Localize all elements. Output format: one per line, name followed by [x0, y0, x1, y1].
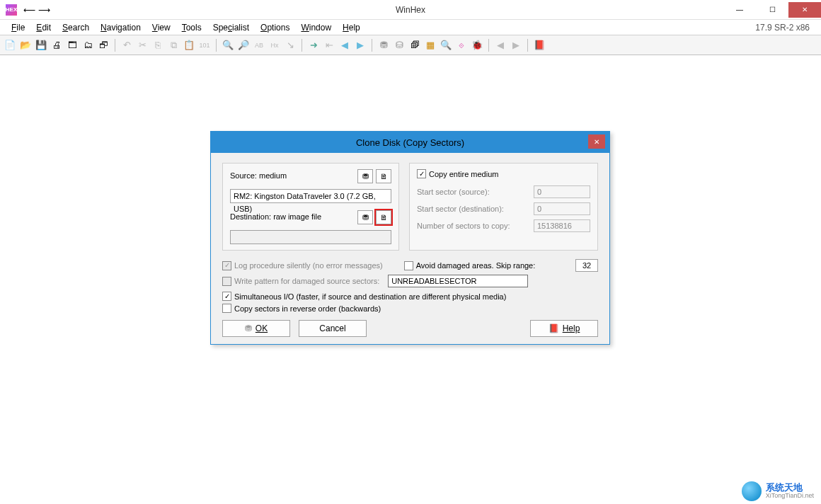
globe-icon: [742, 481, 762, 501]
help-button[interactable]: 📕 Help: [530, 320, 598, 337]
dest-label: Destination: raw image file: [230, 212, 355, 221]
start-dst-field: 0: [534, 202, 590, 215]
dest-file-button[interactable]: 🗎: [376, 210, 391, 224]
copy-entire-checkbox[interactable]: ✓: [417, 169, 426, 178]
version-label: 17.9 SR-2 x86: [755, 23, 815, 33]
write-pattern-checkbox: [222, 277, 231, 286]
lens-icon[interactable]: 🔍: [439, 38, 453, 52]
source-dest-panel: Source: medium ⛃ 🗎 RM2: Kingston DataTra…: [222, 163, 399, 251]
menu-specialist[interactable]: Specialist: [207, 21, 255, 34]
app-icon: HEX: [6, 4, 17, 16]
reverse-order-checkbox[interactable]: [222, 304, 231, 313]
nav-fwd-icon[interactable]: ▶: [353, 38, 367, 52]
reverse-order-label: Copy sectors in reverse order (backwards…: [234, 304, 381, 313]
clone-disk-dialog: Clone Disk (Copy Sectors) ✕ Source: medi…: [210, 131, 610, 345]
write-pattern-field[interactable]: [388, 275, 528, 287]
back-icon[interactable]: ⇤: [322, 38, 336, 52]
titlebar: HEX WinHex ⟵ ⟶ — ☐ ✕: [0, 0, 821, 20]
watermark-title: 系统天地: [766, 483, 814, 493]
start-src-field: 0: [534, 185, 590, 198]
menu-file[interactable]: File: [6, 21, 30, 34]
log-silently-checkbox: ✓: [222, 261, 231, 270]
save-icon[interactable]: 💾: [34, 38, 48, 52]
replace-hex-icon[interactable]: Hx: [268, 38, 282, 52]
menu-window[interactable]: Window: [295, 21, 337, 34]
undo-icon[interactable]: ↶: [120, 38, 134, 52]
new-file-icon[interactable]: 📄: [3, 38, 17, 52]
find-text-icon[interactable]: 🔍: [221, 38, 235, 52]
open-file-icon[interactable]: 📂: [18, 38, 33, 52]
source-field[interactable]: RM2: Kingston DataTraveler 3.0 (7.2 GB, …: [230, 189, 391, 203]
dialog-titlebar[interactable]: Clone Disk (Copy Sectors) ✕: [211, 132, 609, 153]
ok-button[interactable]: ⛃ OK: [222, 320, 290, 337]
maximize-button[interactable]: ☐: [756, 2, 788, 18]
calc-icon[interactable]: ▦: [423, 38, 437, 52]
drive-icon: ⛃: [362, 213, 369, 222]
window-controls: — ☐ ✕: [723, 2, 821, 18]
goto-icon[interactable]: ↘: [283, 38, 297, 52]
log-silently-label: Log procedure silently (no error message…: [234, 261, 383, 270]
copy-block-icon[interactable]: ⧉: [166, 38, 180, 52]
find-hex-icon[interactable]: 🔎: [236, 38, 251, 52]
watermark-url: XiTongTianDi.net: [766, 493, 814, 500]
minimize-button[interactable]: —: [723, 2, 756, 18]
copy-icon[interactable]: ⎘: [151, 38, 165, 52]
drive-icon: ⛃: [362, 172, 369, 181]
source-disk-button[interactable]: ⛃: [357, 169, 373, 183]
cut-icon[interactable]: ✂: [135, 38, 149, 52]
num-sectors-label: Number of sectors to copy:: [417, 222, 534, 230]
help-icon[interactable]: 📕: [532, 38, 546, 52]
menubar: File Edit Search Navigation View Tools S…: [0, 20, 821, 35]
skip-range-field[interactable]: 32: [575, 259, 598, 272]
nav-back-icon[interactable]: ◀: [338, 38, 352, 52]
source-label: Source: medium: [230, 171, 355, 180]
bug-icon[interactable]: 🐞: [470, 38, 484, 52]
start-src-label: Start sector (source):: [417, 188, 534, 196]
close-button[interactable]: ✕: [788, 2, 821, 18]
bookmark-prev-icon[interactable]: ◀: [493, 38, 507, 52]
watermark: 系统天地 XiTongTianDi.net: [742, 481, 814, 501]
menu-search[interactable]: Search: [57, 21, 95, 34]
menu-help[interactable]: Help: [337, 21, 366, 34]
menu-edit[interactable]: Edit: [30, 21, 57, 34]
ram-icon[interactable]: 🗊: [408, 38, 422, 52]
window-list-icon[interactable]: 🗗: [96, 38, 110, 52]
dialog-title: Clone Disk (Copy Sectors): [356, 137, 464, 148]
num-sectors-field: 15138816: [534, 219, 590, 232]
simultaneous-io-checkbox[interactable]: ✓: [222, 292, 231, 301]
menu-view[interactable]: View: [147, 21, 176, 34]
folder-icon[interactable]: 🗂: [81, 38, 95, 52]
replace-text-icon[interactable]: AB: [252, 38, 266, 52]
disk-icon: ⛃: [245, 323, 252, 333]
menu-options[interactable]: Options: [255, 21, 295, 34]
content-area: Clone Disk (Copy Sectors) ✕ Source: medi…: [0, 55, 821, 504]
resize-indicator-icon: ⟵ ⟶: [23, 5, 51, 15]
avoid-damaged-checkbox[interactable]: [404, 261, 413, 270]
bookmark-next-icon[interactable]: ▶: [509, 38, 523, 52]
hex-icon[interactable]: 101: [197, 38, 212, 52]
goto-offset-icon[interactable]: ➜: [306, 38, 321, 52]
simultaneous-io-label: Simultaneous I/O (faster, if source and …: [234, 292, 506, 301]
dest-disk-button[interactable]: ⛃: [357, 210, 373, 224]
book-icon: 📕: [549, 323, 559, 333]
start-dst-label: Start sector (destination):: [417, 205, 534, 213]
file-icon: 🗎: [380, 172, 388, 181]
menu-tools[interactable]: Tools: [176, 21, 207, 34]
window-title: WinHex: [396, 5, 425, 15]
dialog-close-button[interactable]: ✕: [588, 134, 605, 149]
dest-field[interactable]: [230, 230, 391, 244]
file-icon: 🗎: [380, 213, 388, 222]
properties-icon[interactable]: 🗔: [65, 38, 79, 52]
menu-navigation[interactable]: Navigation: [95, 21, 147, 34]
print-icon[interactable]: 🖨: [50, 38, 64, 52]
toolbar: 📄 📂 💾 🖨 🗔 🗂 🗗 ↶ ✂ ⎘ ⧉ 📋 101 🔍 🔎 AB Hx ↘ …: [0, 35, 821, 55]
copy-entire-label: Copy entire medium: [429, 170, 498, 178]
source-file-button[interactable]: 🗎: [376, 169, 391, 183]
position-icon[interactable]: ⟐: [454, 38, 469, 52]
paste-icon[interactable]: 📋: [182, 38, 196, 52]
disk2-icon[interactable]: ⛁: [392, 38, 406, 52]
sector-range-panel: ✓ Copy entire medium Start sector (sourc…: [409, 163, 598, 251]
avoid-damaged-label: Avoid damaged areas. Skip range:: [416, 261, 536, 270]
disk1-icon[interactable]: ⛃: [377, 38, 391, 52]
cancel-button[interactable]: Cancel: [299, 320, 367, 337]
